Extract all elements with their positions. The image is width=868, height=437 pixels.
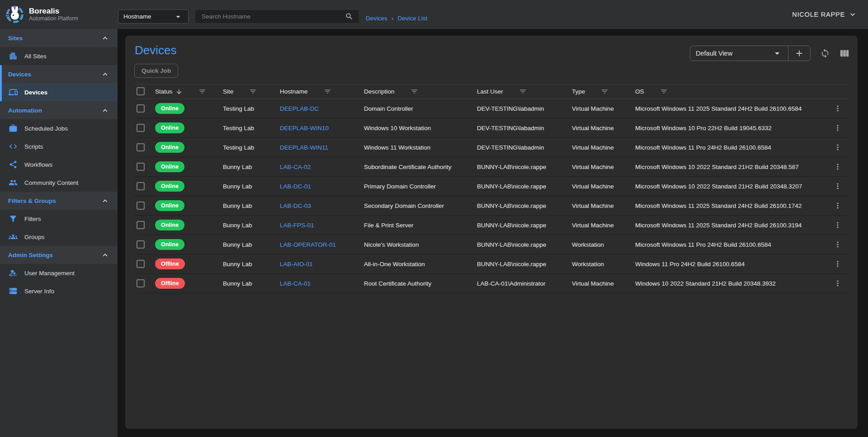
breadcrumb-device-list[interactable]: Device List	[398, 15, 428, 22]
hostname-field-select[interactable]: Hostname	[118, 9, 189, 23]
sidebar-section-label: Devices	[8, 71, 31, 78]
chevron-up-icon	[101, 106, 109, 115]
view-select[interactable]: Default View	[690, 46, 788, 61]
column-header-hostname[interactable]: Hostname	[280, 88, 364, 95]
status-cell: Online	[155, 239, 223, 250]
row-menu-button[interactable]	[833, 201, 842, 210]
hostname-link[interactable]: DEEPLAB-WIN11	[280, 144, 328, 151]
quick-job-button[interactable]: Quick Job	[134, 64, 178, 78]
last-user-cell: BUNNY-LAB\nicole.rappe	[477, 222, 572, 229]
description-cell: Domain Controller	[364, 105, 477, 112]
hostname-link[interactable]: DEEPLAB-WIN10	[280, 125, 329, 132]
row-menu-button[interactable]	[833, 240, 842, 249]
os-cell: Microsoft Windows 11 2025 Standard 24H2 …	[635, 222, 827, 229]
row-menu-button[interactable]	[833, 104, 842, 113]
row-checkbox[interactable]	[137, 202, 145, 210]
column-header-status[interactable]: Status	[155, 88, 223, 95]
last-user-cell: DEV-TESTING\labadmin	[477, 144, 572, 151]
sidebar-item-label: Filters	[24, 216, 41, 222]
row-checkbox[interactable]	[137, 240, 145, 249]
sidebar-item-label: Server Info	[24, 288, 54, 295]
refresh-button[interactable]	[820, 48, 830, 58]
row-checkbox[interactable]	[137, 104, 145, 113]
sidebar-section-label: Filters & Groups	[8, 197, 56, 204]
status-cell: Online	[155, 200, 223, 211]
os-cell: Microsoft Windows 11 Pro 24H2 Build 2610…	[635, 144, 827, 151]
sidebar-item-community-content[interactable]: Community Content	[0, 174, 118, 192]
row-checkbox[interactable]	[137, 143, 145, 151]
breadcrumb: Devices › Device List	[366, 15, 428, 22]
brand-name: Borealis	[29, 7, 78, 16]
row-checkbox[interactable]	[137, 163, 145, 171]
row-checkbox[interactable]	[137, 182, 145, 190]
status-badge: Online	[155, 220, 184, 230]
sidebar-item-scheduled-jobs[interactable]: Scheduled Jobs	[0, 119, 118, 137]
last-user-cell: BUNNY-LAB\nicole.rappe	[477, 261, 572, 268]
row-menu-button[interactable]	[833, 123, 842, 132]
sidebar-item-filters[interactable]: Filters	[0, 210, 118, 228]
row-menu-button[interactable]	[833, 182, 842, 191]
hostname-link[interactable]: DEEPLAB-DC	[280, 105, 319, 112]
borealis-rabbit-logo-icon	[5, 5, 24, 24]
sidebar-item-groups[interactable]: Groups	[0, 228, 118, 246]
sidebar-item-workflows[interactable]: Workflows	[0, 155, 118, 174]
hostname-link[interactable]: LAB-OPERATOR-01	[280, 241, 336, 248]
row-menu-button[interactable]	[833, 143, 842, 152]
hostname-cell: DEEPLAB-WIN11	[280, 144, 364, 151]
row-menu-button[interactable]	[833, 221, 842, 230]
column-header-last-user[interactable]: Last User	[477, 88, 572, 95]
hostname-cell: LAB-DC-03	[280, 202, 364, 209]
sidebar-item-devices[interactable]: Devices	[0, 83, 118, 101]
type-cell: Workstation	[572, 241, 635, 248]
row-menu-button[interactable]	[833, 259, 842, 268]
site-cell: Bunny Lab	[223, 241, 280, 248]
row-menu-button[interactable]	[833, 162, 842, 171]
sidebar-item-user-management[interactable]: User Management	[0, 264, 118, 282]
column-header-description[interactable]: Description	[364, 88, 477, 95]
row-checkbox[interactable]	[137, 279, 145, 287]
sidebar-item-label: User Management	[24, 270, 75, 277]
briefcase-icon	[9, 124, 18, 133]
column-header-os[interactable]: OS	[635, 88, 827, 95]
site-cell: Bunny Lab	[223, 202, 280, 209]
kebab-icon	[833, 182, 842, 191]
row-checkbox[interactable]	[137, 221, 145, 229]
chevron-up-icon	[101, 197, 109, 205]
sidebar-section-label: Sites	[8, 35, 23, 42]
sidebar-section-filters-groups: Filters & GroupsFiltersGroups	[0, 192, 118, 246]
add-view-button[interactable]	[788, 46, 810, 61]
hostname-link[interactable]: LAB-DC-03	[280, 202, 311, 209]
row-checkbox[interactable]	[137, 260, 145, 268]
sidebar-item-all-sites[interactable]: All Sites	[0, 47, 118, 65]
sidebar-section-header[interactable]: Devices	[0, 65, 118, 83]
hostname-link[interactable]: LAB-CA-01	[280, 280, 311, 287]
row-checkbox-cell	[134, 260, 155, 268]
column-header-site[interactable]: Site	[223, 88, 280, 95]
breadcrumb-devices[interactable]: Devices	[366, 15, 387, 22]
sidebar-section-header[interactable]: Sites	[0, 29, 118, 47]
sidebar-section-header[interactable]: Automation	[0, 101, 118, 119]
hostname-link[interactable]: LAB-AIO-01	[280, 261, 313, 268]
search-icon	[345, 12, 354, 21]
sidebar-section-header[interactable]: Filters & Groups	[0, 192, 118, 210]
kebab-icon	[833, 279, 842, 288]
filter-list-icon	[410, 88, 418, 95]
table-row: OnlineBunny LabLAB-DC-03Secondary Domain…	[134, 196, 849, 216]
filter-list-icon	[249, 88, 257, 95]
hostname-link[interactable]: LAB-DC-01	[280, 183, 311, 190]
description-cell: Primary Domain Controller	[364, 183, 477, 190]
hostname-link[interactable]: LAB-FPS-01	[280, 222, 314, 229]
topbar: Hostname Devices › Device List NICOLE RA…	[118, 0, 868, 29]
column-header-type[interactable]: Type	[572, 88, 635, 95]
sidebar-item-scripts[interactable]: Scripts	[0, 137, 118, 155]
search-input[interactable]	[201, 13, 345, 20]
row-checkbox[interactable]	[137, 124, 145, 132]
filter-list-icon	[660, 88, 668, 95]
sidebar-section-header[interactable]: Admin Settings	[0, 246, 118, 264]
user-menu[interactable]: NICOLE RAPPE	[792, 10, 857, 19]
columns-button[interactable]	[840, 48, 849, 58]
row-menu-button[interactable]	[833, 279, 842, 288]
hostname-link[interactable]: LAB-CA-02	[280, 164, 311, 170]
sidebar-item-server-info[interactable]: Server Info	[0, 282, 118, 300]
select-all-checkbox[interactable]	[137, 87, 145, 95]
